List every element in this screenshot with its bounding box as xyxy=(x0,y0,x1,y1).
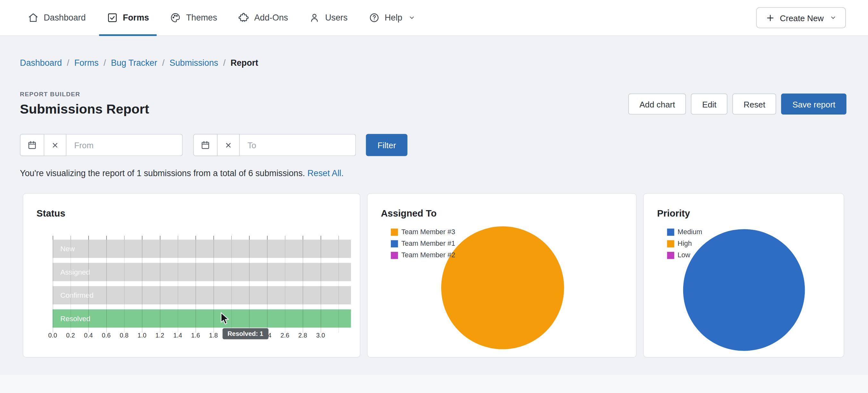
add-chart-button[interactable]: Add chart xyxy=(628,94,686,115)
nav-item-forms[interactable]: Forms xyxy=(99,0,157,35)
legend-item[interactable]: High xyxy=(667,240,702,247)
x-tick-label: 0.6 xyxy=(97,332,115,339)
bar-label: Assigned xyxy=(60,268,90,276)
legend-swatch xyxy=(667,228,674,235)
nav-item-help[interactable]: Help xyxy=(361,0,423,35)
summary-text: You're visualizing the report of 1 submi… xyxy=(20,168,305,177)
legend-item[interactable]: Low xyxy=(667,251,702,259)
card-title-status: Status xyxy=(37,208,65,220)
calendar-icon-button[interactable] xyxy=(20,134,44,156)
breadcrumb-separator: / xyxy=(104,58,106,68)
bar-confirmed[interactable]: Confirmed xyxy=(53,286,351,304)
x-tick-label: 3.0 xyxy=(312,332,330,339)
x-tick-label: 1.6 xyxy=(187,332,205,339)
legend-swatch xyxy=(391,228,398,235)
x-tick-label: 1.4 xyxy=(169,332,187,339)
priority-chart-card: Priority Medium High Low xyxy=(643,193,844,357)
priority-legend: Medium High Low xyxy=(667,228,702,259)
breadcrumb: Dashboard / Forms / Bug Tracker / Submis… xyxy=(20,58,258,68)
users-icon xyxy=(309,12,320,24)
bar-new[interactable]: New xyxy=(53,240,351,258)
nav-item-addons[interactable]: Add-Ons xyxy=(230,0,296,35)
clear-to-date-button[interactable] xyxy=(218,134,240,156)
status-x-axis: 0.00.20.40.60.81.01.21.41.61.82.02.22.42… xyxy=(44,332,330,339)
nav-item-dashboard[interactable]: Dashboard xyxy=(20,0,93,35)
legend-label: Medium xyxy=(678,228,703,236)
x-tick-label: 2.8 xyxy=(294,332,312,339)
status-bar-chart: New Assigned Confirmed Resolved xyxy=(53,240,351,333)
reset-all-link[interactable]: Reset All. xyxy=(307,168,344,177)
nav-item-label: Dashboard xyxy=(44,13,86,23)
breadcrumb-separator: / xyxy=(162,58,164,68)
breadcrumb-submissions[interactable]: Submissions xyxy=(169,58,218,68)
bar-label: New xyxy=(60,245,75,253)
nav-item-label: Themes xyxy=(186,13,217,23)
breadcrumb-forms[interactable]: Forms xyxy=(74,58,98,68)
filter-row: Filter xyxy=(20,134,407,156)
legend-swatch xyxy=(667,240,674,247)
nav-item-themes[interactable]: Themes xyxy=(162,0,225,35)
axis-top-ticks xyxy=(53,236,351,240)
legend-item[interactable]: Team Member #2 xyxy=(391,251,455,259)
to-date-input[interactable] xyxy=(240,134,356,156)
x-tick-label: 0.8 xyxy=(115,332,133,339)
legend-item[interactable]: Team Member #3 xyxy=(391,228,455,236)
nav-item-users[interactable]: Users xyxy=(301,0,355,35)
chevron-down-icon xyxy=(408,14,415,21)
legend-label: High xyxy=(678,240,692,247)
page-title: Submissions Report xyxy=(20,101,149,117)
addons-icon xyxy=(238,12,249,24)
nav-item-label: Users xyxy=(325,13,347,23)
footer-strip xyxy=(0,375,868,393)
breadcrumb-report: Report xyxy=(230,58,258,68)
legend-label: Low xyxy=(678,251,690,259)
edit-button[interactable]: Edit xyxy=(691,94,728,115)
header-actions: Add chart Edit Reset Save report xyxy=(628,94,846,115)
help-icon xyxy=(369,12,380,24)
legend-swatch xyxy=(391,240,398,247)
bar-label: Resolved xyxy=(60,315,91,323)
card-title-priority: Priority xyxy=(657,208,690,220)
top-navigation: Dashboard Forms Themes Add-Ons xyxy=(0,0,868,36)
legend-item[interactable]: Medium xyxy=(667,228,702,236)
chart-tooltip: Resolved: 1 xyxy=(223,328,268,339)
x-tick-label: 0.4 xyxy=(80,332,98,339)
legend-label: Team Member #2 xyxy=(401,251,455,259)
breadcrumb-separator: / xyxy=(67,58,69,68)
clear-from-date-button[interactable] xyxy=(44,134,66,156)
breadcrumb-separator: / xyxy=(223,58,225,68)
nav-item-label: Add-Ons xyxy=(254,13,288,23)
from-date-input[interactable] xyxy=(66,134,183,156)
x-tick-label: 0.0 xyxy=(44,332,62,339)
nav-items: Dashboard Forms Themes Add-Ons xyxy=(20,0,423,35)
legend-label: Team Member #3 xyxy=(401,228,455,236)
create-new-button[interactable]: Create New xyxy=(756,7,846,28)
plus-icon xyxy=(766,13,775,23)
to-date-group xyxy=(193,134,356,156)
assigned-to-pie[interactable] xyxy=(441,227,564,349)
assigned-to-chart-card: Assigned To Team Member #3 Team Member #… xyxy=(367,193,637,357)
nav-item-label: Help xyxy=(385,13,402,23)
app-viewport: Dashboard Forms Themes Add-Ons xyxy=(0,0,868,393)
home-icon xyxy=(28,12,39,24)
x-tick-label: 2.6 xyxy=(276,332,294,339)
x-tick-label: 1.2 xyxy=(151,332,169,339)
bar-resolved[interactable]: Resolved xyxy=(53,309,351,328)
breadcrumb-bug-tracker[interactable]: Bug Tracker xyxy=(111,58,157,68)
from-date-group xyxy=(20,134,183,156)
card-title-assigned-to: Assigned To xyxy=(381,208,437,220)
breadcrumb-dashboard[interactable]: Dashboard xyxy=(20,58,62,68)
legend-item[interactable]: Team Member #1 xyxy=(391,240,455,247)
legend-label: Team Member #1 xyxy=(401,240,455,247)
bar-assigned[interactable]: Assigned xyxy=(53,263,351,281)
forms-icon xyxy=(107,12,118,24)
filter-button[interactable]: Filter xyxy=(366,134,407,156)
nav-item-label: Forms xyxy=(123,13,149,23)
visualization-summary: You're visualizing the report of 1 submi… xyxy=(20,168,344,178)
calendar-icon-button[interactable] xyxy=(193,134,218,156)
reset-button[interactable]: Reset xyxy=(733,94,777,115)
status-chart-card: Status New Assigned Confirmed Resolved 0… xyxy=(23,193,360,357)
themes-icon xyxy=(170,12,181,24)
save-report-button[interactable]: Save report xyxy=(781,94,846,115)
x-tick-label: 0.2 xyxy=(62,332,80,339)
